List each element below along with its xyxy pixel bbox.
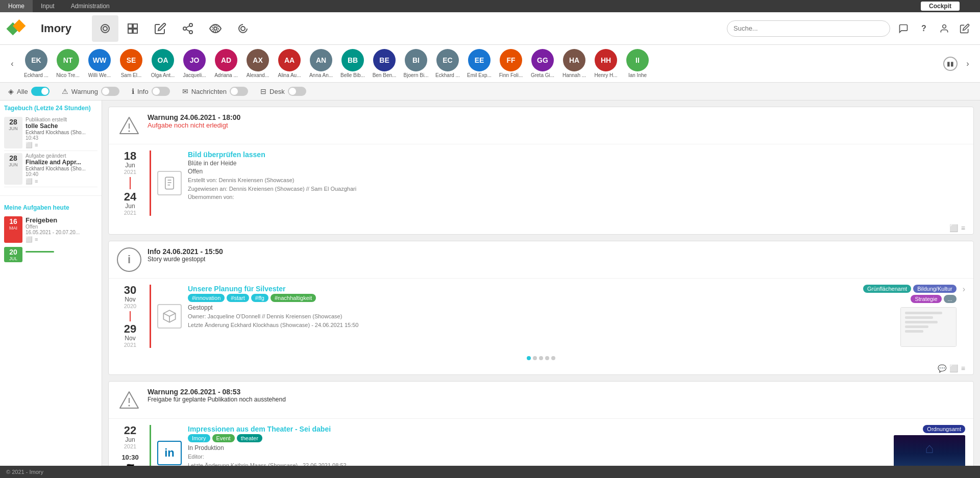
chat-icon-btn[interactable] — [894, 19, 913, 38]
filter-info-icon: ℹ — [132, 87, 134, 95]
person-name-8: Alina Au... — [278, 72, 301, 78]
task-entry-2[interactable]: 20 Jul — [4, 245, 97, 264]
card-3-header: Warnung 22.06.2021 - 08:53 Freigabe für … — [109, 382, 973, 419]
task-entry-1[interactable]: 16 Mai Freigeben Offen 16.05.2021 - 20.0… — [4, 214, 97, 245]
persons-next-btn[interactable]: › — [962, 58, 974, 70]
person-item-14[interactable]: EEEmil Exp... — [465, 49, 493, 78]
filter-info-label: Info — [137, 88, 149, 95]
person-name-13: Eckhard ... — [435, 72, 460, 78]
filter-nachrichten-label: Nachrichten — [191, 88, 227, 95]
filter-nachrichten-toggle[interactable] — [230, 87, 248, 96]
diary-entry-1[interactable]: 28 Jun Publikation erstellt tolle Sache … — [4, 115, 97, 151]
card-2-subtitle: Story wurde gestoppt — [148, 256, 965, 263]
stack-icon-btn[interactable] — [119, 15, 146, 42]
diary-title: Tagebuch (Letzte 24 Stunden) — [4, 105, 97, 112]
diary-date-1: 28 Jun — [4, 117, 22, 148]
svg-point-13 — [241, 27, 245, 31]
dot-5 — [551, 356, 555, 360]
cockpit-button[interactable]: Cockpit — [921, 2, 960, 11]
person-avatar-9: AN — [310, 49, 332, 71]
card-1-footer: ⬜ ≡ — [109, 222, 973, 234]
nav-home[interactable]: Home — [0, 0, 33, 12]
person-name-19: Ian Inhe — [628, 72, 647, 78]
person-item-5[interactable]: JOJacqueli... — [181, 49, 208, 78]
card-2-preview — [900, 307, 957, 347]
persons-prev-btn[interactable]: ‹ — [6, 58, 18, 70]
card-2-list-icon[interactable]: ≡ — [961, 364, 965, 372]
person-name-5: Jacqueli... — [183, 72, 206, 78]
filter-info[interactable]: ℹ Info — [132, 87, 170, 96]
person-item-2[interactable]: WWWilli We... — [86, 49, 113, 78]
diary-entry-2[interactable]: 28 Jun Aufgabe geändert Finalize and App… — [4, 151, 97, 187]
filter-warnung[interactable]: ⚠ Warnung — [62, 87, 119, 96]
edit-icon-btn[interactable] — [147, 15, 174, 42]
filter-info-toggle[interactable] — [152, 87, 170, 96]
person-item-3[interactable]: SESam El... — [117, 49, 145, 78]
nav-administration[interactable]: Administration — [63, 0, 118, 12]
filter-warnung-toggle[interactable] — [101, 87, 119, 96]
svg-line-9 — [186, 29, 190, 31]
person-item-19[interactable]: IIIan Inhe — [624, 49, 651, 78]
preview-content — [901, 308, 956, 346]
svg-point-17 — [129, 131, 130, 132]
person-item-9[interactable]: ANAnna An... — [307, 49, 335, 78]
footer-text: © 2021 - Imory — [6, 469, 43, 475]
share-icon-btn[interactable] — [175, 15, 201, 42]
person-item-18[interactable]: HHHenry H... — [592, 49, 620, 78]
dot-2 — [533, 356, 537, 360]
filter-alle-toggle[interactable] — [31, 87, 50, 96]
card-1-window-icon[interactable]: ⬜ — [949, 224, 958, 232]
person-item-11[interactable]: BEBen Ben... — [371, 49, 398, 78]
filter-nachrichten[interactable]: ✉ Nachrichten — [182, 87, 248, 96]
svg-point-7 — [183, 27, 186, 30]
svg-rect-5 — [133, 29, 137, 33]
card-2-chat-icon[interactable]: 💬 — [938, 364, 946, 372]
person-item-13[interactable]: ECEckhard ... — [434, 49, 461, 78]
search-input[interactable] — [727, 20, 890, 37]
person-avatar-16: GG — [531, 49, 554, 71]
user-icon-btn[interactable] — [935, 19, 953, 38]
card-2-chevron[interactable]: › — [963, 285, 965, 348]
person-item-6[interactable]: ADAdriana ... — [212, 49, 240, 78]
filter-nachrichten-icon: ✉ — [182, 87, 188, 95]
card-2-body: 30 Nov 2020 29 Nov 2021 Unsere Planung f… — [109, 279, 973, 354]
card-1-bar — [150, 150, 151, 216]
nav-input[interactable]: Input — [33, 0, 63, 12]
person-item-1[interactable]: NTNico Tre... — [54, 49, 82, 78]
satellite-icon-btn[interactable] — [230, 15, 256, 42]
card-2-bar — [150, 285, 151, 348]
filter-desk[interactable]: ⊟ Desk — [260, 87, 306, 96]
svg-rect-3 — [133, 24, 137, 28]
person-avatar-3: SE — [120, 49, 142, 71]
help-icon-btn[interactable]: ? — [915, 19, 933, 38]
tag-innovation: #innovation — [188, 294, 225, 302]
card-info-1: i Info 24.06.2021 - 15:50 Story wurde ge… — [108, 241, 974, 375]
person-item-7[interactable]: AXAlexand... — [244, 49, 272, 78]
eye-icon-btn[interactable] — [202, 15, 229, 42]
person-item-16[interactable]: GGGreta Gi... — [529, 49, 556, 78]
logo-icon — [6, 19, 24, 38]
svg-point-0 — [101, 24, 109, 33]
svg-line-10 — [186, 26, 190, 28]
filter-row: ◈ Alle ⚠ Warnung ℹ Info ✉ Nachrichten ⊟ … — [0, 83, 980, 100]
person-item-8[interactable]: AAAlina Au... — [276, 49, 303, 78]
card-2-window-icon[interactable]: ⬜ — [949, 364, 958, 372]
filter-desk-toggle[interactable] — [288, 87, 306, 96]
task-date-2: 20 Jul — [4, 247, 22, 262]
svg-point-12 — [212, 26, 218, 32]
header-tools — [92, 15, 256, 42]
person-item-15[interactable]: FFFinn Foli... — [497, 49, 525, 78]
tag-nachhaltigkeit: #nachhaltigkeit — [271, 294, 316, 302]
sidebar: Tagebuch (Letzte 24 Stunden) 28 Jun Publ… — [0, 100, 102, 478]
filter-alle[interactable]: ◈ Alle — [8, 87, 50, 96]
layers-icon-btn[interactable] — [92, 15, 118, 42]
card-1-list-icon[interactable]: ≡ — [961, 224, 965, 232]
person-item-17[interactable]: HAHannah ... — [560, 49, 588, 78]
svg-point-6 — [189, 23, 192, 27]
edit-pen-icon-btn[interactable] — [955, 19, 974, 38]
person-item-10[interactable]: BBBelle Bib... — [339, 49, 366, 78]
pause-btn[interactable]: ▮▮ — [943, 57, 958, 71]
person-item-12[interactable]: BIBjoern Bi... — [402, 49, 430, 78]
person-item-0[interactable]: EKEckhard ... — [22, 49, 50, 78]
person-item-4[interactable]: OAOlga Ant... — [149, 49, 177, 78]
